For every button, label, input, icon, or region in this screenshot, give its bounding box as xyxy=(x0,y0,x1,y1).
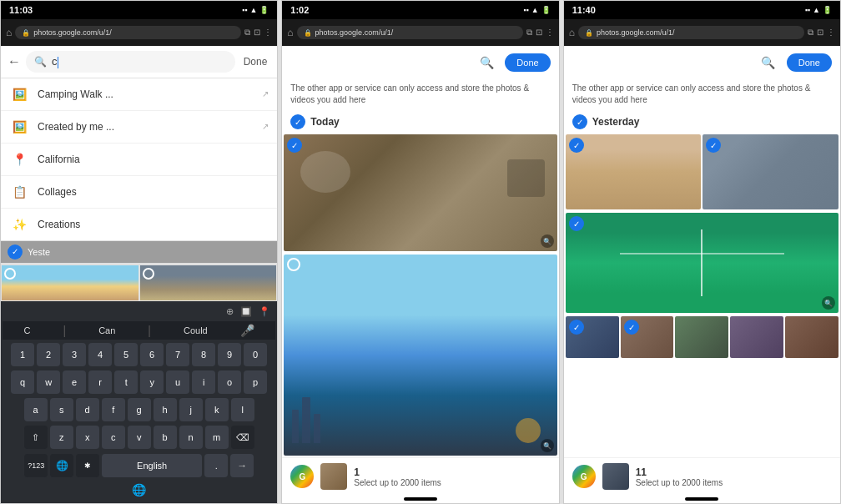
key-1[interactable]: 1 xyxy=(11,343,34,366)
key-backspace[interactable]: ⌫ xyxy=(231,426,254,449)
key-n[interactable]: n xyxy=(179,426,203,449)
key-o[interactable]: o xyxy=(218,370,241,394)
google-logo-2: G xyxy=(290,465,314,488)
wifi-icon: ▲ xyxy=(249,6,257,14)
key-7[interactable]: 7 xyxy=(166,343,189,366)
key-m[interactable]: m xyxy=(205,426,229,449)
key-c[interactable]: c xyxy=(102,426,125,449)
key-8[interactable]: 8 xyxy=(192,343,215,366)
key-9[interactable]: 9 xyxy=(218,343,241,366)
done-button-2[interactable]: Done xyxy=(505,53,550,72)
key-s[interactable]: s xyxy=(50,398,73,421)
suggestion-creations[interactable]: ✨ Creations xyxy=(1,209,277,240)
back-button[interactable]: ← xyxy=(8,54,21,69)
key-shift[interactable]: ⇧ xyxy=(24,426,48,449)
key-globe[interactable]: 🌐 xyxy=(50,454,73,477)
tabs-icon[interactable]: ⊡ xyxy=(254,28,260,38)
beach-photo-3-1[interactable]: ✓ xyxy=(566,134,702,209)
key-j[interactable]: j xyxy=(179,398,203,421)
key-0[interactable]: 0 xyxy=(244,343,267,366)
search-icon-2[interactable]: 🔍 xyxy=(475,51,498,74)
rock-photo[interactable] xyxy=(140,265,277,300)
key-5[interactable]: 5 xyxy=(114,343,138,366)
search-icon-3[interactable]: 🔍 xyxy=(757,51,780,74)
key-f[interactable]: f xyxy=(102,398,125,421)
word-could[interactable]: Could xyxy=(184,325,208,335)
done-button-1[interactable]: Done xyxy=(240,54,271,69)
url-bar-3[interactable]: 🔒 photos.google.com/u/1/ xyxy=(578,26,804,39)
zoom-icon-food[interactable]: 🔍 xyxy=(541,234,554,248)
key-h[interactable]: h xyxy=(154,398,177,421)
more-icon-2[interactable]: ⋮ xyxy=(546,28,554,38)
key-y[interactable]: y xyxy=(140,370,164,394)
key-g[interactable]: g xyxy=(128,398,151,421)
key-special-3[interactable]: 📍 xyxy=(259,306,270,317)
zoom-icon-aerial[interactable]: 🔍 xyxy=(822,296,835,310)
key-3[interactable]: 3 xyxy=(63,343,86,366)
small-photo-2[interactable]: ✓ xyxy=(621,316,674,358)
key-symbols[interactable]: ?123 xyxy=(24,454,48,477)
key-space[interactable]: English xyxy=(102,454,202,477)
key-p[interactable]: p xyxy=(244,370,267,394)
small-photo-4[interactable] xyxy=(730,316,783,358)
mic-icon[interactable]: 🎤 xyxy=(240,324,254,337)
suggestion-collages[interactable]: 📋 Collages xyxy=(1,176,277,209)
url-bar-1[interactable]: 🔒 photos.google.com/u/1/ xyxy=(15,26,241,39)
key-u[interactable]: u xyxy=(166,370,189,394)
key-l[interactable]: l xyxy=(231,398,254,421)
rocks-photo-3[interactable]: ✓ xyxy=(703,134,838,209)
tabs-icon-3[interactable]: ⊡ xyxy=(817,28,823,38)
small-photo-1[interactable]: ✓ xyxy=(566,316,619,358)
suggestion-text-created: Created by me ... xyxy=(38,121,254,133)
bottom-globe-icon: 🌐 xyxy=(3,481,275,498)
key-r[interactable]: r xyxy=(88,370,112,394)
key-4[interactable]: 4 xyxy=(88,343,112,366)
selected-thumbnail-3[interactable] xyxy=(602,463,629,490)
key-k[interactable]: k xyxy=(205,398,229,421)
home-icon-2[interactable]: ⌂ xyxy=(287,27,293,38)
translate-icon[interactable]: ⧉ xyxy=(244,28,250,38)
key-d[interactable]: d xyxy=(76,398,99,421)
key-special-star[interactable]: ✱ xyxy=(76,454,99,477)
zoom-icon-city[interactable]: 🔍 xyxy=(541,439,554,452)
key-v[interactable]: v xyxy=(128,426,151,449)
home-icon[interactable]: ⌂ xyxy=(6,27,12,38)
more-icon-3[interactable]: ⋮ xyxy=(827,28,835,38)
translate-icon-3[interactable]: ⧉ xyxy=(808,28,813,38)
small-photo-3[interactable] xyxy=(675,316,728,358)
suggestion-california[interactable]: 📍 California xyxy=(1,144,277,176)
key-special-2[interactable]: 🔲 xyxy=(240,306,252,317)
key-i[interactable]: i xyxy=(192,370,215,394)
key-e[interactable]: e xyxy=(63,370,86,394)
key-period[interactable]: . xyxy=(204,454,228,477)
food-photo[interactable]: ✓ 🔍 xyxy=(284,134,556,251)
key-a[interactable]: a xyxy=(24,398,48,421)
key-w[interactable]: w xyxy=(37,370,60,394)
key-2[interactable]: 2 xyxy=(37,343,60,366)
key-b[interactable]: b xyxy=(154,426,177,449)
aerial-photo-3[interactable]: ✓ 🔍 xyxy=(566,213,838,313)
status-bar-1: 11:03 ▪▪ ▲ 🔋 xyxy=(1,1,277,19)
key-special-1[interactable]: ⊕ xyxy=(226,306,234,317)
key-t[interactable]: t xyxy=(114,370,138,394)
selected-thumbnail-2[interactable] xyxy=(320,463,347,490)
beach-photo[interactable] xyxy=(2,265,138,300)
key-enter[interactable]: → xyxy=(230,454,254,477)
suggestion-created[interactable]: 🖼️ Created by me ... ↗ xyxy=(1,111,277,144)
translate-icon-2[interactable]: ⧉ xyxy=(526,28,532,38)
search-box-1[interactable]: 🔍 c xyxy=(26,51,235,73)
word-c[interactable]: C xyxy=(24,325,31,335)
key-q[interactable]: q xyxy=(11,370,34,394)
city-photo[interactable]: 🔍 xyxy=(284,255,556,456)
word-can[interactable]: Can xyxy=(98,325,115,335)
tabs-icon-2[interactable]: ⊡ xyxy=(536,28,542,38)
home-icon-3[interactable]: ⌂ xyxy=(569,27,575,38)
key-x[interactable]: x xyxy=(76,426,99,449)
small-photo-5[interactable] xyxy=(785,316,838,358)
url-bar-2[interactable]: 🔒 photos.google.com/u/1/ xyxy=(297,26,523,39)
done-button-3[interactable]: Done xyxy=(787,53,832,72)
suggestion-camping[interactable]: 🖼️ Camping Walk ... ↗ xyxy=(1,78,277,111)
key-6[interactable]: 6 xyxy=(140,343,164,366)
more-icon[interactable]: ⋮ xyxy=(264,28,272,38)
key-z[interactable]: z xyxy=(50,426,73,449)
